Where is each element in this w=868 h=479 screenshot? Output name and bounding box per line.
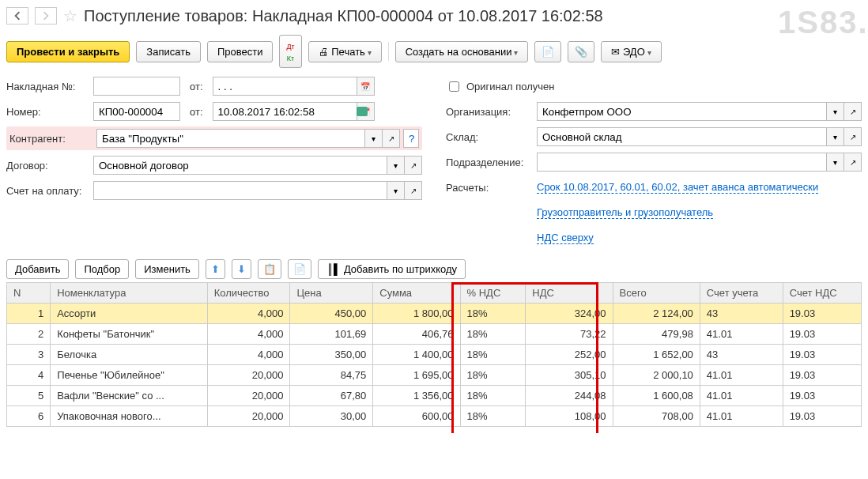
col-acc[interactable]: Счет учета — [700, 283, 783, 304]
col-sum[interactable]: Сумма — [373, 283, 460, 304]
cell-nom: Вафли "Венские" со ... — [51, 386, 208, 406]
table-row[interactable]: 3Белочка4,000350,001 400,0018%252,001 65… — [7, 345, 862, 365]
col-vat[interactable]: НДС — [526, 283, 613, 304]
org-input[interactable] — [537, 102, 827, 121]
save-button[interactable]: Записать — [136, 41, 201, 62]
cell-price: 450,00 — [290, 304, 373, 324]
cell-acc: 41.01 — [700, 386, 783, 406]
invoice-pay-open[interactable]: ↗ — [405, 181, 422, 200]
paste-button[interactable]: 📄 — [288, 259, 311, 279]
doc-icon — [542, 46, 554, 58]
move-down-button[interactable] — [232, 259, 251, 279]
page-title: Поступление товаров: Накладная КП00-0000… — [84, 7, 603, 25]
division-input[interactable] — [537, 153, 827, 172]
calc-link[interactable]: Срок 10.08.2017, 60.01, 60.02, зачет ава… — [537, 181, 818, 194]
table-row[interactable]: 1Ассорти4,000450,001 800,0018%324,002 12… — [7, 304, 862, 324]
table-row[interactable]: 6Упаковочная нового...20,00030,00600,001… — [7, 406, 862, 427]
contract-dd[interactable]: ▾ — [387, 156, 405, 175]
cell-nom: Белочка — [51, 345, 208, 365]
warehouse-dd[interactable]: ▾ — [827, 127, 844, 146]
edit-button[interactable]: Изменить — [135, 259, 199, 279]
print-icon — [319, 46, 329, 58]
cell-vat: 324,00 — [526, 304, 613, 324]
help-button[interactable]: ? — [403, 129, 419, 148]
cell-acc: 41.01 — [700, 365, 783, 386]
cell-sum: 600,00 — [373, 406, 460, 427]
table-row[interactable]: 5Вафли "Венские" со ...20,00067,801 356,… — [7, 386, 862, 406]
col-n[interactable]: N — [7, 283, 51, 304]
cell-vatp: 18% — [460, 304, 526, 324]
copy-button[interactable]: 📋 — [258, 259, 281, 279]
move-up-button[interactable] — [206, 259, 225, 279]
cell-nom: Печенье "Юбилейное" — [51, 365, 208, 386]
add-button[interactable]: Добавить — [6, 259, 69, 279]
cell-vatacc: 19.03 — [783, 365, 861, 386]
cell-vatp: 18% — [460, 345, 526, 365]
col-vatp[interactable]: % НДС — [460, 283, 526, 304]
vat-link[interactable]: НДС сверху — [537, 232, 594, 244]
counterparty-dd[interactable]: ▾ — [365, 129, 383, 148]
cell-vat: 252,00 — [526, 345, 613, 365]
counterparty-input[interactable] — [96, 129, 365, 148]
cell-vatp: 18% — [460, 324, 526, 345]
org-dd[interactable]: ▾ — [827, 102, 844, 121]
invoice-date-input[interactable] — [213, 77, 357, 96]
edo-button[interactable]: ✉ ЭДО — [601, 41, 661, 62]
cell-qty: 4,000 — [207, 324, 290, 345]
nav-forward-button[interactable] — [35, 7, 57, 25]
cell-nom: Ассорти — [51, 304, 208, 324]
items-table[interactable]: N Номенклатура Количество Цена Сумма % Н… — [6, 282, 862, 427]
number-input[interactable] — [93, 102, 180, 121]
col-vatacc[interactable]: Счет НДС — [783, 283, 861, 304]
cell-price: 30,00 — [290, 406, 373, 427]
cell-n: 2 — [7, 324, 51, 345]
original-checkbox[interactable] — [449, 81, 459, 92]
date-input[interactable] — [213, 102, 357, 121]
print-button[interactable]: Печать — [308, 41, 382, 62]
attach-button[interactable] — [568, 41, 594, 62]
contract-label: Договор: — [6, 160, 93, 172]
arrow-up-icon — [211, 263, 220, 275]
dtkt-button[interactable]: ДтКт — [279, 35, 301, 68]
invoice-pay-input[interactable] — [93, 181, 387, 200]
calendar-button-1[interactable] — [357, 77, 375, 96]
nav-back-button[interactable] — [6, 7, 28, 25]
pick-button[interactable]: Подбор — [75, 259, 129, 279]
cell-n: 1 — [7, 304, 51, 324]
table-row[interactable]: 2Конфеты "Батончик"4,000101,69406,7618%7… — [7, 324, 862, 345]
cell-price: 84,75 — [290, 365, 373, 386]
col-qty[interactable]: Количество — [207, 283, 290, 304]
doc-button[interactable] — [534, 41, 561, 62]
post-button[interactable]: Провести — [207, 41, 274, 62]
barcode-button[interactable]: ║▌ Добавить по штрихкоду — [318, 259, 466, 279]
division-dd[interactable]: ▾ — [827, 153, 844, 172]
contract-input[interactable] — [93, 156, 387, 175]
org-label: Организация: — [446, 106, 537, 118]
star-icon[interactable]: ☆ — [63, 6, 77, 25]
separator — [388, 42, 389, 61]
arrow-down-icon — [237, 263, 246, 275]
table-row[interactable]: 4Печенье "Юбилейное"20,00084,751 695,001… — [7, 365, 862, 386]
col-price[interactable]: Цена — [290, 283, 373, 304]
contract-open[interactable]: ↗ — [405, 156, 422, 175]
number-label: Номер: — [6, 106, 93, 118]
invoice-no-input[interactable] — [93, 77, 180, 96]
warehouse-open[interactable]: ↗ — [844, 127, 862, 146]
cell-vatacc: 19.03 — [783, 386, 861, 406]
org-open[interactable]: ↗ — [844, 102, 862, 121]
invoice-pay-dd[interactable]: ▾ — [387, 181, 405, 200]
counterparty-open[interactable]: ↗ — [383, 129, 400, 148]
original-label: Оригинал получен — [466, 81, 554, 92]
division-open[interactable]: ↗ — [844, 153, 862, 172]
cell-sum: 1 356,00 — [373, 386, 460, 406]
cell-sum: 1 695,00 — [373, 365, 460, 386]
consignor-link[interactable]: Грузоотправитель и грузополучатель — [537, 206, 713, 219]
col-total[interactable]: Всего — [613, 283, 700, 304]
create-based-button[interactable]: Создать на основании — [395, 41, 529, 62]
post-close-button[interactable]: Провести и закрыть — [6, 41, 130, 62]
clip-icon — [575, 46, 587, 58]
warehouse-input[interactable] — [537, 127, 827, 146]
col-nom[interactable]: Номенклатура — [51, 283, 208, 304]
cell-vatacc: 19.03 — [783, 406, 861, 427]
flag-icon[interactable] — [357, 107, 368, 116]
